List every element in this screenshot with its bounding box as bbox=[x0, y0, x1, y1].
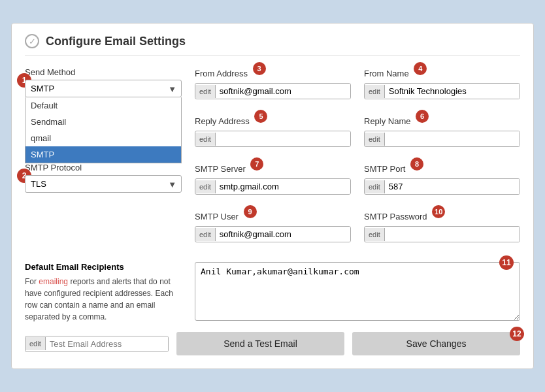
badge-11: 11 bbox=[499, 255, 514, 270]
send-method-label: Send Method bbox=[25, 67, 182, 77]
smtp-user-input[interactable] bbox=[216, 227, 350, 242]
recipients-left: Default Email Recipients For emailing re… bbox=[25, 262, 182, 323]
smtp-port-input[interactable] bbox=[385, 179, 520, 194]
smtp-server-input[interactable] bbox=[216, 179, 350, 194]
reply-address-group: Reply Address 5 edit bbox=[195, 115, 351, 147]
from-address-edit-btn[interactable]: edit bbox=[195, 85, 216, 98]
recipients-desc: For emailing reports and alerts that do … bbox=[25, 276, 182, 323]
from-name-edit-btn[interactable]: edit bbox=[365, 85, 385, 98]
badge-3: 3 bbox=[253, 62, 266, 75]
smtp-protocol-select[interactable]: TLS SSL None bbox=[25, 175, 182, 193]
from-name-label: From Name 4 bbox=[364, 67, 520, 80]
recipients-right: 11 Anil Kumar,akumar@anilkumar.com bbox=[195, 262, 520, 323]
test-email-input[interactable] bbox=[46, 336, 168, 351]
smtp-port-input-wrap: edit bbox=[364, 178, 520, 195]
form-body: Send Method 1 SMTP ▼ Default Sendmail bbox=[25, 67, 520, 252]
smtp-password-input-wrap: edit bbox=[364, 226, 520, 242]
reply-address-label: Reply Address 5 bbox=[195, 115, 351, 128]
smtp-password-label: SMTP Password 10 bbox=[364, 210, 520, 223]
badge-7: 7 bbox=[250, 157, 263, 171]
smtp-server-group: SMTP Server 7 edit bbox=[195, 163, 351, 195]
send-method-select[interactable]: SMTP bbox=[25, 80, 182, 97]
reply-name-edit-btn[interactable]: edit bbox=[365, 133, 385, 146]
recipients-title: Default Email Recipients bbox=[25, 262, 182, 272]
panel-header: ✓ Configure Email Settings bbox=[25, 34, 520, 56]
smtp-port-edit-btn[interactable]: edit bbox=[365, 180, 385, 193]
smtp-password-input[interactable] bbox=[385, 227, 520, 242]
smtp-port-label: SMTP Port 8 bbox=[364, 163, 520, 176]
right-column: From Address 3 edit From Name 4 bbox=[195, 67, 520, 252]
reply-address-input[interactable] bbox=[216, 131, 350, 146]
from-address-input[interactable] bbox=[216, 84, 350, 99]
panel-title: Configure Email Settings bbox=[46, 35, 186, 48]
test-email-input-wrap: edit bbox=[25, 336, 169, 352]
send-method-group: Send Method 1 SMTP ▼ Default Sendmail bbox=[25, 67, 182, 97]
dropdown-item-smtp[interactable]: SMTP bbox=[25, 146, 181, 163]
configure-email-panel: ✓ Configure Email Settings Send Method 1… bbox=[11, 23, 534, 369]
badge-6: 6 bbox=[416, 110, 429, 123]
smtp-server-edit-btn[interactable]: edit bbox=[195, 180, 216, 193]
bottom-bar: edit Send a Test Email Save Changes 12 bbox=[25, 332, 520, 355]
recipients-textarea[interactable]: Anil Kumar,akumar@anilkumar.com bbox=[195, 262, 520, 321]
smtp-protocol-select-wrapper: TLS SSL None ▼ bbox=[25, 175, 182, 193]
smtp-user-input-wrap: edit bbox=[195, 226, 351, 242]
reply-name-input[interactable] bbox=[385, 131, 520, 146]
badge-8: 8 bbox=[410, 157, 423, 171]
badge-9: 9 bbox=[244, 205, 257, 218]
dropdown-item-default[interactable]: Default bbox=[25, 97, 181, 114]
reply-name-group: Reply Name 6 edit bbox=[364, 115, 520, 147]
smtp-password-edit-btn[interactable]: edit bbox=[365, 228, 385, 241]
dropdown-item-sendmail[interactable]: Sendmail bbox=[25, 114, 181, 130]
reply-address-input-wrap: edit bbox=[195, 131, 351, 147]
smtp-user-group: SMTP User 9 edit bbox=[195, 210, 351, 242]
badge-4: 4 bbox=[414, 62, 427, 75]
smtp-protocol-label: SMTP Protocol bbox=[25, 163, 182, 172]
from-address-input-wrap: edit bbox=[195, 83, 351, 99]
reply-name-input-wrap: edit bbox=[364, 131, 520, 147]
smtp-server-label: SMTP Server 7 bbox=[195, 163, 351, 176]
smtp-port-group: SMTP Port 8 edit bbox=[364, 163, 520, 195]
send-test-email-button[interactable]: Send a Test Email bbox=[176, 332, 344, 355]
highlight-emailing: emailing bbox=[39, 277, 68, 286]
from-address-group: From Address 3 edit bbox=[195, 67, 351, 99]
from-name-input[interactable] bbox=[385, 84, 520, 99]
reply-address-edit-btn[interactable]: edit bbox=[195, 133, 216, 146]
from-name-group: From Name 4 edit bbox=[364, 67, 520, 99]
smtp-user-label: SMTP User 9 bbox=[195, 210, 351, 223]
header-check-icon: ✓ bbox=[25, 34, 39, 48]
fields-grid: From Address 3 edit From Name 4 bbox=[195, 67, 520, 252]
recipients-section: Default Email Recipients For emailing re… bbox=[25, 262, 520, 323]
smtp-password-group: SMTP Password 10 edit bbox=[364, 210, 520, 242]
from-address-label: From Address 3 bbox=[195, 67, 351, 80]
dropdown-item-qmail[interactable]: qmail bbox=[25, 130, 181, 146]
send-method-select-wrapper: SMTP ▼ bbox=[25, 80, 182, 97]
left-column: Send Method 1 SMTP ▼ Default Sendmail bbox=[25, 67, 182, 252]
smtp-user-edit-btn[interactable]: edit bbox=[195, 228, 216, 241]
badge-5: 5 bbox=[254, 110, 267, 123]
test-email-edit-btn[interactable]: edit bbox=[25, 337, 46, 350]
reply-name-label: Reply Name 6 bbox=[364, 115, 520, 128]
smtp-protocol-group: SMTP Protocol 2 TLS SSL None ▼ bbox=[25, 163, 182, 193]
from-name-input-wrap: edit bbox=[364, 83, 520, 99]
badge-10: 10 bbox=[432, 205, 445, 218]
smtp-server-input-wrap: edit bbox=[195, 178, 351, 195]
badge-12: 12 bbox=[510, 327, 524, 341]
send-method-dropdown: Default Sendmail qmail SMTP bbox=[25, 97, 182, 163]
save-changes-button[interactable]: Save Changes 12 bbox=[352, 332, 520, 355]
